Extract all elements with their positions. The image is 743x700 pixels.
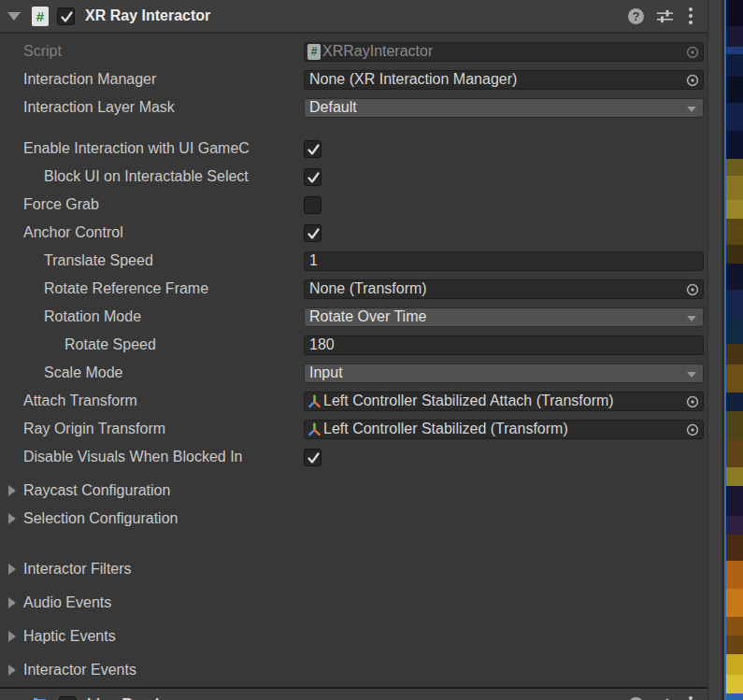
property-row-rotate-reference-frame: Rotate Reference FrameNone (Transform) <box>0 275 707 303</box>
field-value: 1 <box>305 252 318 269</box>
color-band <box>726 0 743 26</box>
color-band <box>726 516 743 535</box>
color-band <box>726 176 743 200</box>
property-row-enable-interaction-with-ui-gamec: Enable Interaction with UI GameC <box>0 135 707 163</box>
color-band <box>726 245 743 264</box>
field-value: Default <box>305 99 357 116</box>
color-band <box>726 535 743 561</box>
input-field-translate-speed[interactable]: 1 <box>304 251 704 271</box>
foldout-list: Raycast ConfigurationSelection Configura… <box>0 471 707 687</box>
foldout-collapsed-icon <box>8 664 16 676</box>
color-band <box>726 318 743 344</box>
foldout-label: Raycast Configuration <box>23 482 170 499</box>
foldout-interactor-events[interactable]: Interactor Events <box>0 653 707 687</box>
property-label: Enable Interaction with UI GameC <box>0 140 304 157</box>
property-label: Rotate Speed <box>0 336 304 353</box>
foldout-collapsed-icon <box>8 631 16 642</box>
property-list: Script#XRRayInteractorInteraction Manage… <box>0 34 707 471</box>
foldout-audio-events[interactable]: Audio Events <box>0 586 707 620</box>
property-row-interaction-layer-mask: Interaction Layer MaskDefault <box>0 93 707 121</box>
foldout-label: Interactor Events <box>23 662 136 679</box>
color-band <box>726 47 743 54</box>
color-band <box>726 693 743 700</box>
foldout-selection-configuration[interactable]: Selection Configuration <box>0 505 707 533</box>
dropdown-interaction-layer-mask[interactable]: Default <box>304 98 704 118</box>
object-field-rotate-reference-frame[interactable]: None (Transform) <box>304 279 704 299</box>
kebab-menu-icon[interactable] <box>686 7 695 24</box>
next-component-header: Line Rend ? <box>0 689 707 700</box>
property-row-translate-speed: Translate Speed1 <box>0 247 707 275</box>
object-picker-icon[interactable] <box>685 45 700 60</box>
color-band <box>726 364 743 393</box>
dropdown-rotation-mode[interactable]: Rotate Over Time <box>304 307 704 327</box>
chevron-down-icon <box>687 372 696 378</box>
foldout-raycast-configuration[interactable]: Raycast Configuration <box>0 477 707 505</box>
foldout-haptic-events[interactable]: Haptic Events <box>0 620 707 653</box>
color-band <box>726 654 743 675</box>
color-band <box>726 219 743 245</box>
next-component-title: Line Rend <box>87 696 159 700</box>
transform-axis-icon <box>307 394 321 408</box>
object-field-attach-transform[interactable]: Left Controller Stabilized Attach (Trans… <box>304 392 704 411</box>
property-label: Script <box>0 43 304 60</box>
field-value: None (XR Interaction Manager) <box>305 71 517 88</box>
foldout-expanded-icon[interactable] <box>7 12 21 21</box>
foldout-label: Haptic Events <box>23 628 116 645</box>
object-field-interaction-manager[interactable]: None (XR Interaction Manager) <box>304 70 704 90</box>
object-picker-icon[interactable] <box>685 394 700 409</box>
property-label: Interaction Layer Mask <box>0 99 304 116</box>
property-label: Ray Origin Transform <box>0 421 304 437</box>
field-value: None (Transform) <box>305 280 427 297</box>
color-band <box>726 561 743 589</box>
color-band <box>726 675 743 693</box>
foldout-label: Interactor Filters <box>23 561 132 578</box>
checkbox-block-ui-on-interactable-select[interactable] <box>304 168 321 186</box>
object-field-script[interactable]: #XRRayInteractor <box>304 42 704 62</box>
checkbox-force-grab[interactable] <box>304 196 321 214</box>
property-label: Interaction Manager <box>0 71 304 88</box>
field-value: 180 <box>305 336 335 353</box>
scrollbar-track[interactable] <box>707 0 722 700</box>
csharp-script-icon: # <box>32 7 49 26</box>
chevron-down-icon <box>687 316 696 321</box>
kebab-menu-icon[interactable] <box>686 696 695 700</box>
help-icon[interactable]: ? <box>628 697 644 700</box>
dropdown-scale-mode[interactable]: Input <box>304 364 704 383</box>
property-row-block-ui-on-interactable-select: Block UI on Interactable Select <box>0 163 707 191</box>
foldout-collapsed-icon <box>8 513 16 524</box>
foldout-interactor-filters[interactable]: Interactor Filters <box>0 552 707 586</box>
object-field-ray-origin-transform[interactable]: Left Controller Stabilized (Transform) <box>304 420 704 439</box>
object-picker-icon[interactable] <box>685 422 700 437</box>
checkbox-anchor-control[interactable] <box>304 224 321 242</box>
help-icon[interactable]: ? <box>628 8 644 24</box>
adjacent-panel-color-strip <box>726 0 743 700</box>
row-gap <box>0 121 707 135</box>
color-band <box>726 26 743 47</box>
property-row-ray-origin-transform: Ray Origin TransformLeft Controller Stab… <box>0 415 707 443</box>
chevron-down-icon <box>687 107 696 112</box>
color-band <box>726 344 743 364</box>
header-icons: ? <box>628 7 707 24</box>
property-label: Rotation Mode <box>0 308 304 325</box>
color-band <box>726 636 743 654</box>
component-enabled-checkbox[interactable] <box>57 7 75 25</box>
presets-icon[interactable] <box>656 9 674 23</box>
field-value: Input <box>305 364 343 381</box>
next-component-enabled-checkbox[interactable] <box>59 696 77 700</box>
property-row-rotate-speed: Rotate Speed180 <box>0 331 707 359</box>
object-picker-icon[interactable] <box>685 282 700 297</box>
foldout-collapsed-icon <box>8 564 16 575</box>
checkbox-enable-interaction-with-ui-gamec[interactable] <box>304 140 321 158</box>
checkbox-disable-visuals-when-blocked-in[interactable] <box>304 449 321 466</box>
input-field-rotate-speed[interactable]: 180 <box>304 336 704 355</box>
header-icons: ? <box>628 696 707 700</box>
property-label: Anchor Control <box>0 224 304 241</box>
color-band <box>726 159 743 176</box>
inspector-panel: # XR Ray Interactor ? Script#XRRayIntera… <box>0 0 707 700</box>
property-label: Scale Mode <box>0 364 304 381</box>
property-label: Block UI on Interactable Select <box>0 168 304 185</box>
field-value: XRRayInteractor <box>321 43 433 60</box>
property-row-rotation-mode: Rotation ModeRotate Over Time <box>0 303 707 331</box>
object-picker-icon[interactable] <box>685 73 700 88</box>
csharp-script-icon: # <box>307 44 321 60</box>
